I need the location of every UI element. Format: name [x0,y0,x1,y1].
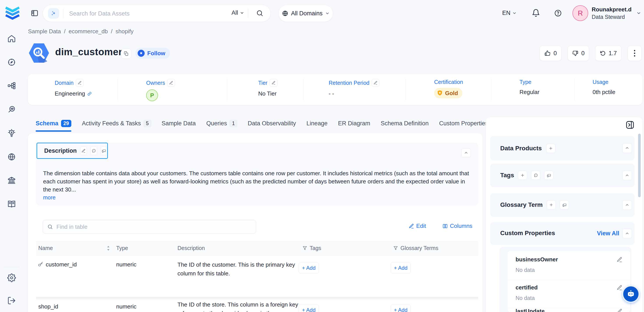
search-submit-button[interactable] [256,10,264,17]
tab-queries[interactable]: Queries1 [206,120,237,127]
collapse-custom-properties-button[interactable] [622,229,632,238]
tab-er-diagram[interactable]: ER Diagram [338,120,370,127]
column-header-tags: Tags [310,245,321,251]
add-tag-button[interactable]: + Add [299,262,319,273]
domain-filter-dropdown[interactable]: All Domains [278,5,333,22]
comment-question-icon: ? [534,173,538,178]
collapse-tags-button[interactable] [622,171,632,180]
breadcrumb-link-database[interactable]: ecommerce_db [69,28,108,35]
assistant-bot-button[interactable] [622,285,640,303]
tab-lineage[interactable]: Lineage [306,120,328,127]
description-more-link[interactable]: more [43,194,56,201]
sidebar-item-explore[interactable] [7,58,16,67]
edit-owners-button[interactable] [167,79,175,87]
notifications-button[interactable] [532,9,540,17]
global-search-bar: All [43,5,271,22]
find-in-table-input[interactable] [56,222,245,231]
certification-badge: Gold [434,88,462,98]
data-products-title: Data Products [500,145,542,152]
ai-search-button[interactable] [48,8,59,19]
owner-initial: P [150,92,154,99]
filter-icon[interactable] [393,246,398,251]
info-domain-value[interactable]: Engineering [55,90,85,97]
comments-stack-icon [547,173,551,178]
sidebar-item-govern[interactable] [7,176,16,185]
collapse-description-button[interactable] [461,148,471,157]
more-options-button[interactable] [628,46,642,61]
edit-property-icon[interactable] [617,285,622,290]
request-tags-button[interactable]: ? [531,171,540,180]
sidebar-item-glossary[interactable] [7,200,16,208]
property-name: businessOwner [516,256,558,263]
edit-property-icon[interactable] [617,257,622,262]
edit-property-icon[interactable] [617,308,622,312]
view-all-link[interactable]: View All [597,230,619,237]
language-dropdown[interactable]: EN [502,10,517,17]
collapse-right-panel-button[interactable] [626,120,634,129]
edit-domain-button[interactable] [76,79,84,87]
comments-stack-icon [562,203,566,207]
tab-data-observability[interactable]: Data Observability [248,120,296,127]
tab-sample-data[interactable]: Sample Data [162,120,196,127]
owner-avatar[interactable]: P [146,89,158,101]
chevron-up-icon [625,203,629,207]
domain-link-icon [87,92,92,96]
topbar: All All Domains EN R [0,0,644,26]
copy-fqn-button[interactable] [121,49,131,59]
sidebar-item-domains[interactable] [7,152,16,161]
sidebar-item-settings[interactable] [7,273,16,282]
pencil-icon [78,81,82,85]
sidebar-item-observability[interactable] [7,105,16,114]
breadcrumb-link-schema[interactable]: shopify [116,28,134,35]
description-conversations-button[interactable] [101,146,107,155]
app-logo[interactable] [5,5,20,21]
version-history-button[interactable]: 1.7 [595,46,622,61]
upvote-button[interactable]: 0 [540,46,562,61]
chevron-up-icon [625,173,629,178]
edit-tier-button[interactable] [270,79,278,87]
right-panel-scrollbar[interactable] [638,134,641,197]
manage-columns-button[interactable]: Columns [442,223,472,229]
sidebar-item-data-assets[interactable] [7,81,16,90]
search-scope-dropdown[interactable]: All [232,10,244,16]
tab-schema[interactable]: Schema29 [36,120,71,127]
add-tag-button[interactable]: + Add [299,304,319,312]
filter-icon[interactable] [302,246,308,251]
help-button[interactable] [554,9,562,17]
collapse-data-products-button[interactable] [622,143,632,153]
sidebar-item-insights[interactable] [7,129,16,138]
collapse-glossary-button[interactable] [622,200,632,210]
search-input[interactable] [69,9,210,18]
glossary-conversations-button[interactable] [560,200,569,209]
add-tag-button[interactable] [518,171,527,180]
tab-schema-definition[interactable]: Schema Definition [381,120,429,127]
chevron-down-icon [240,11,244,15]
column-name: shop_id [38,303,58,310]
follow-button[interactable]: Follow [136,48,170,59]
tab-activity-feeds[interactable]: Activity Feeds & Tasks5 [82,120,151,127]
glossary-term-card: Glossary Term [490,193,634,217]
edit-table-button[interactable]: Edit [409,223,426,229]
info-type-label: Type [520,79,540,85]
edit-description-button[interactable] [80,146,87,155]
add-glossary-term-button[interactable] [546,200,556,209]
sidebar-item-home[interactable] [7,34,16,43]
schema-main-panel: Description ? The dimension table contai… [28,133,482,312]
chevron-up-icon [625,146,629,150]
sidebar-item-logout[interactable] [7,296,16,305]
add-data-product-button[interactable] [546,144,556,153]
schema-table-header: Name Type Description Tags Glossary Term… [36,241,478,255]
add-glossary-term-button[interactable]: + Add [390,304,411,312]
edit-retention-button[interactable] [372,79,380,87]
breadcrumb-link-service[interactable]: Sample Data [28,28,61,35]
add-glossary-term-button[interactable]: + Add [390,262,411,273]
panel-toggle-icon [31,9,38,17]
user-menu[interactable]: R Rounakpreet.d Data Steward [572,5,641,21]
sidebar-toggle-button[interactable] [31,9,38,17]
tags-conversations-button[interactable] [544,171,554,180]
sort-name-button[interactable] [106,245,110,251]
tab-custom-properties[interactable]: Custom Properties [439,120,488,127]
request-description-button[interactable]: ? [90,146,97,155]
downvote-button[interactable]: 0 [568,46,589,61]
svg-text:?: ? [535,174,536,176]
